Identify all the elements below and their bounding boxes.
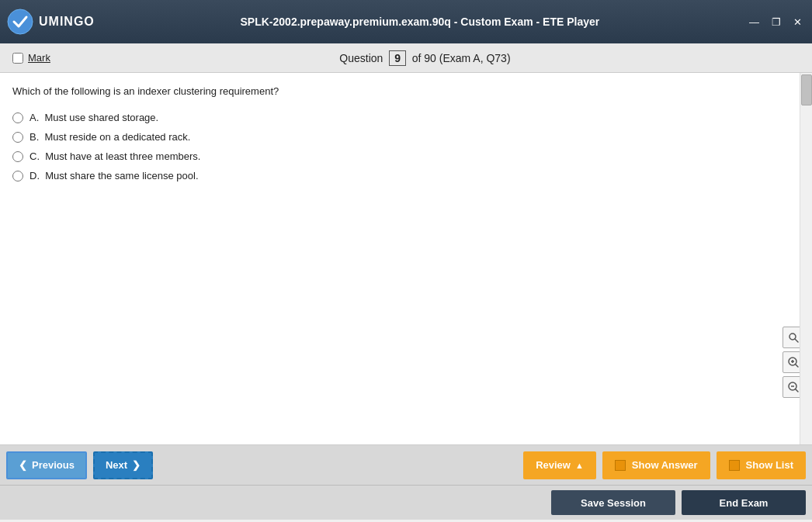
show-list-checkbox-icon [729, 460, 740, 471]
close-button[interactable]: ✕ [789, 15, 806, 29]
option-item-b: B. Must reside on a dedicated rack. [12, 127, 800, 147]
review-chevron-icon: ▲ [575, 461, 584, 470]
app-logo: UMINGO [6, 8, 95, 36]
show-answer-checkbox-icon [615, 460, 626, 471]
titlebar: UMINGO SPLK-2002.prepaway.premium.exam.9… [0, 0, 812, 43]
save-session-button[interactable]: Save Session [551, 490, 675, 515]
show-list-label: Show List [746, 459, 793, 471]
option-radio-c[interactable] [12, 151, 23, 162]
show-answer-label: Show Answer [632, 459, 698, 471]
option-item-c: C. Must have at least three members. [12, 147, 800, 166]
review-label: Review [536, 459, 571, 471]
scrollbar[interactable] [800, 73, 812, 444]
mark-checkbox[interactable] [12, 53, 23, 64]
option-label-d: D. Must share the same license pool. [29, 170, 199, 181]
svg-line-4 [796, 365, 799, 368]
show-list-button[interactable]: Show List [717, 451, 806, 479]
svg-line-8 [796, 389, 799, 392]
header-row: Mark Question 9 of 90 (Exam A, Q73) [0, 43, 812, 73]
option-label-b: B. Must reside on a dedicated rack. [29, 131, 190, 143]
next-arrow-icon: ❯ [132, 459, 141, 471]
secondary-toolbar: Save Session End Exam [0, 486, 812, 520]
svg-point-0 [8, 9, 33, 34]
bottom-toolbar: ❮ Previous Next ❯ Review ▲ Show Answer S… [0, 445, 812, 486]
option-radio-d[interactable] [12, 171, 23, 181]
logo-text: UMINGO [39, 15, 95, 29]
show-answer-button[interactable]: Show Answer [602, 451, 710, 479]
option-label-a: A. Must use shared storage. [29, 112, 158, 123]
option-radio-a[interactable] [12, 112, 23, 123]
option-label-c: C. Must have at least three members. [29, 150, 200, 162]
question-info: Question 9 of 90 (Exam A, Q73) [50, 50, 800, 66]
vumingo-logo-icon [6, 8, 34, 36]
previous-label: Previous [32, 459, 75, 471]
option-item-a: A. Must use shared storage. [12, 108, 800, 127]
question-text: Which of the following is an indexer clu… [0, 73, 812, 105]
prev-arrow-icon: ❮ [19, 459, 27, 471]
option-radio-b[interactable] [12, 132, 23, 143]
question-number-badge: 9 [389, 50, 406, 66]
window-controls: — ❐ ✕ [745, 15, 806, 29]
window-title: SPLK-2002.prepaway.premium.exam.90q - Cu… [95, 16, 745, 28]
question-total: of 90 (Exam A, Q73) [412, 52, 511, 64]
question-label: Question [339, 52, 383, 64]
mark-label[interactable]: Mark [28, 52, 50, 64]
scrollbar-thumb[interactable] [801, 74, 812, 105]
end-exam-button[interactable]: End Exam [682, 490, 806, 515]
next-label: Next [106, 459, 127, 471]
mark-area: Mark [12, 52, 50, 64]
restore-button[interactable]: ❐ [768, 15, 785, 29]
minimize-button[interactable]: — [745, 15, 763, 29]
svg-line-2 [795, 339, 798, 342]
options-list: A. Must use shared storage. B. Must resi… [0, 105, 812, 188]
next-button[interactable]: Next ❯ [93, 451, 153, 479]
main-content: Which of the following is an indexer clu… [0, 73, 812, 445]
previous-button[interactable]: ❮ Previous [6, 451, 87, 479]
review-button[interactable]: Review ▲ [523, 451, 596, 479]
option-item-d: D. Must share the same license pool. [12, 166, 800, 185]
